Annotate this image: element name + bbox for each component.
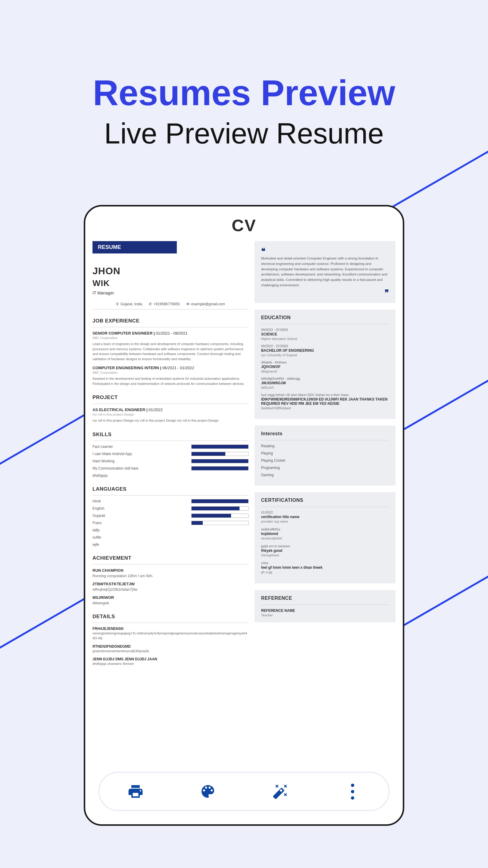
experience-title: COMPUTER ENGINEERING INTERN | 06/2021 - … <box>93 366 249 370</box>
detail-title: FRH4JEJENENSN <box>93 627 249 631</box>
more-icon <box>351 796 354 800</box>
education-school: xyz University of Gujarat <box>261 353 389 357</box>
experience-desc: Lead a team of engineers in the design a… <box>93 341 249 361</box>
bottom-toolbar <box>98 772 390 811</box>
education-school: 8w8diwiVhfjf8icljlwel <box>261 406 389 410</box>
language-row: oufile <box>93 535 249 539</box>
detail-title: RTNEN3FNDGNEGMD <box>93 644 249 649</box>
skill-bar <box>191 459 249 463</box>
hero-title: Resumes Preview <box>0 72 488 113</box>
more-button[interactable] <box>343 782 362 801</box>
achievement-title: MSJRIWOR <box>93 595 249 600</box>
mail-icon: ✉ <box>187 302 190 306</box>
education-degree: SCIENCE <box>261 332 389 336</box>
language-name: iejfe <box>93 542 99 547</box>
language-bar <box>191 506 249 510</box>
interest-item: Programing <box>261 466 389 470</box>
last-name: WIK <box>93 278 249 288</box>
language-name: Gujarati <box>93 514 105 518</box>
project-dates: 01/2022 <box>149 407 163 412</box>
experience-company: ABC Corporation <box>93 336 249 340</box>
skill-bar <box>191 452 249 456</box>
reference-role: Teacher <box>261 613 389 617</box>
education-date: 09/2022 - 07/2003 <box>261 328 389 332</box>
cert-name: certification title name <box>261 515 389 519</box>
palette-icon <box>199 783 216 800</box>
detail-desc: gnstnsforwenetntwn4mynstj630sjrwj3k <box>93 649 249 654</box>
interest-item: Playing Cricket <box>261 458 389 463</box>
skill-row: dhdhjqsjs <box>93 473 249 478</box>
summary-box: ❝ Motivated and detail-oriented Computer… <box>255 241 395 303</box>
interest-item: Playing <box>261 451 389 456</box>
section-skills: SKILLS <box>93 432 249 441</box>
quote-close-icon: ❞ <box>261 288 389 298</box>
print-button[interactable] <box>126 782 145 801</box>
education-degree: IDIKFWI9E9EIRE0588FICKJJW39 ED IXJJWFI R… <box>261 397 389 406</box>
cert-org: provider org name <box>261 520 389 523</box>
quote-open-icon: ❝ <box>261 247 265 255</box>
section-education: EDUCATION <box>261 315 389 320</box>
section-experience: JOB EXPERIENCE <box>93 318 249 327</box>
achievement-title: 2TBWTKSTKTEJETJW <box>93 582 249 586</box>
location-icon: ⚲ <box>116 302 119 306</box>
section-reference: REFERENCE <box>261 595 389 601</box>
skill-name: Fast Learner <box>93 444 113 449</box>
hero-subtitle: Live Preview Resume <box>0 117 488 150</box>
skill-row: Fast Learner <box>93 444 249 449</box>
language-row: Gujarati <box>93 514 249 518</box>
project-desc: my roll in this project Design my roll i… <box>93 418 249 423</box>
summary-text: Motivated and detail-oriented Computer E… <box>261 256 389 288</box>
cert-date: 01/2022 <box>261 510 389 514</box>
detail-desc: nenengneherngnergegwgJ th mdhrsina3y3v4y… <box>93 631 249 641</box>
experience-desc: Assisted in the development and testing … <box>93 376 249 386</box>
language-row: iejfe <box>93 542 249 547</box>
skill-name: Hard Working <box>93 459 115 463</box>
language-bar <box>191 514 249 518</box>
education-degree: JQIVOWOF <box>261 365 389 369</box>
language-name: Hindi <box>93 499 101 503</box>
skill-bar <box>191 466 249 470</box>
divider <box>261 604 389 605</box>
job-title: IT Manager <box>93 290 249 296</box>
skill-row: Hard Working <box>93 459 249 463</box>
first-name: JHON <box>93 266 249 277</box>
education-school: dkkgowoof <box>261 370 389 373</box>
language-name: Franc <box>93 521 102 525</box>
magic-button[interactable] <box>270 782 290 801</box>
section-languages: LANGUAGES <box>93 486 249 495</box>
language-bar <box>191 499 249 503</box>
theme-button[interactable] <box>198 782 218 801</box>
divider <box>261 440 389 440</box>
contact-row: ⚲Gujarat, India ✆+919566776655 ✉example@… <box>93 302 249 310</box>
language-bar <box>191 521 249 525</box>
experience-title: SENIOR COMPUTER ENGINEER | 01/2021 - 09/… <box>93 331 249 336</box>
resume-badge: RESUME <box>93 241 177 253</box>
project-title: AS ELECTRICAL ENGINEER <box>93 407 145 412</box>
language-name: iaifjs <box>93 528 100 532</box>
cert-org: oeodocdjdofof <box>261 536 389 540</box>
skill-bar <box>191 444 249 449</box>
more-icon <box>351 784 354 787</box>
skill-row: My Communication skill bast <box>93 466 249 470</box>
cv-header: CV <box>85 207 403 241</box>
cert-org: gh a gg <box>261 570 389 574</box>
project-role: my roll in this project Design <box>93 412 249 416</box>
education-school: Higher education School <box>261 337 389 341</box>
cert-date: widldndfktfos <box>261 527 389 531</box>
section-project: PROJECT <box>93 395 249 404</box>
detail-title: JENN DJJDJ DMS JENN DJJDJ JAAN <box>93 657 249 661</box>
phone-frame: CV RESUME JHON WIK IT Manager ⚲Gujarat, … <box>84 205 404 826</box>
cert-date: chhe <box>261 561 389 565</box>
cert-date: jgdjd em to tameem <box>261 544 389 548</box>
language-name: oufile <box>93 535 101 539</box>
language-row: English <box>93 506 249 510</box>
achievement-title: RUN CHAMPION <box>93 568 249 572</box>
reference-name: REFERENCE NAME <box>261 609 389 613</box>
skill-row: I cam Make Android App. <box>93 452 249 456</box>
achievement-desc: wfhrqhwjt2j2t3tb2rbdan7j3w <box>93 587 249 592</box>
detail-desc: dhdhjqsjs shanwers Shriram <box>93 661 249 666</box>
cert-org: Georgetown <box>261 553 389 557</box>
experience-company: ABC Corporation <box>93 371 249 374</box>
cert-name: ksjddomd <box>261 532 389 536</box>
skill-name: My Communication skill bast <box>93 466 138 470</box>
